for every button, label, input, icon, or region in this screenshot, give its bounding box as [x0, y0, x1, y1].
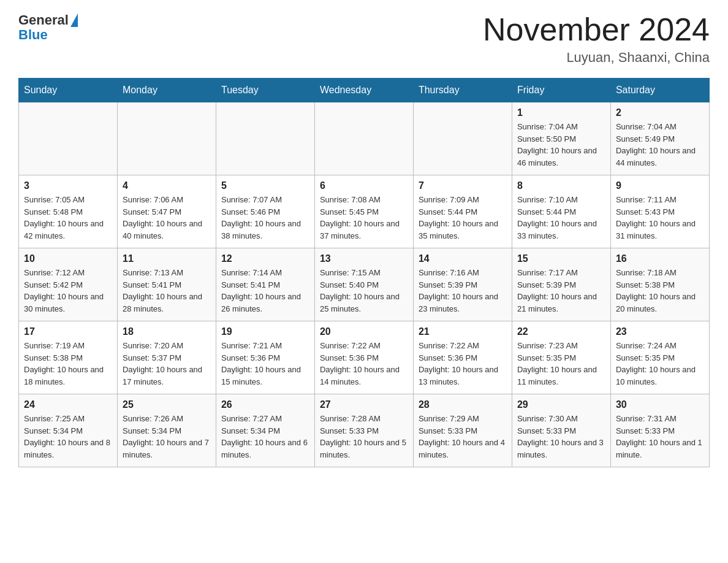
day-number: 14	[419, 253, 507, 264]
calendar-cell: 12Sunrise: 7:14 AMSunset: 5:41 PMDayligh…	[216, 248, 314, 321]
calendar-cell: 21Sunrise: 7:22 AMSunset: 5:36 PMDayligh…	[413, 321, 512, 394]
day-number: 2	[616, 107, 704, 118]
calendar-cell: 23Sunrise: 7:24 AMSunset: 5:35 PMDayligh…	[610, 321, 709, 394]
calendar-cell: 15Sunrise: 7:17 AMSunset: 5:39 PMDayligh…	[512, 248, 610, 321]
calendar-cell: 19Sunrise: 7:21 AMSunset: 5:36 PMDayligh…	[216, 321, 314, 394]
day-number: 27	[320, 399, 408, 410]
calendar-cell: 9Sunrise: 7:11 AMSunset: 5:43 PMDaylight…	[610, 175, 709, 248]
day-info: Sunrise: 7:18 AMSunset: 5:38 PMDaylight:…	[616, 267, 704, 315]
calendar-cell: 14Sunrise: 7:16 AMSunset: 5:39 PMDayligh…	[413, 248, 512, 321]
day-info: Sunrise: 7:06 AMSunset: 5:47 PMDaylight:…	[123, 194, 211, 242]
day-info: Sunrise: 7:27 AMSunset: 5:34 PMDaylight:…	[221, 413, 309, 461]
calendar-cell	[117, 102, 216, 175]
calendar-cell	[413, 102, 512, 175]
calendar-cell: 20Sunrise: 7:22 AMSunset: 5:36 PMDayligh…	[314, 321, 413, 394]
day-number: 13	[320, 253, 408, 264]
weekday-header-sunday: Sunday	[19, 79, 118, 102]
day-info: Sunrise: 7:29 AMSunset: 5:33 PMDaylight:…	[419, 413, 507, 461]
week-row-2: 3Sunrise: 7:05 AMSunset: 5:48 PMDaylight…	[19, 175, 710, 248]
calendar-cell: 27Sunrise: 7:28 AMSunset: 5:33 PMDayligh…	[314, 394, 413, 467]
logo-triangle-icon	[70, 13, 78, 27]
day-number: 28	[419, 399, 507, 410]
day-info: Sunrise: 7:13 AMSunset: 5:41 PMDaylight:…	[123, 267, 211, 315]
day-number: 24	[24, 399, 112, 410]
weekday-header-thursday: Thursday	[413, 79, 512, 102]
day-number: 29	[517, 399, 605, 410]
day-number: 23	[616, 326, 704, 337]
day-number: 18	[123, 326, 211, 337]
calendar-cell: 29Sunrise: 7:30 AMSunset: 5:33 PMDayligh…	[512, 394, 610, 467]
weekday-header-saturday: Saturday	[610, 79, 709, 102]
calendar-cell: 10Sunrise: 7:12 AMSunset: 5:42 PMDayligh…	[19, 248, 118, 321]
weekday-header-tuesday: Tuesday	[216, 79, 314, 102]
calendar-cell: 26Sunrise: 7:27 AMSunset: 5:34 PMDayligh…	[216, 394, 314, 467]
weekday-header-friday: Friday	[512, 79, 610, 102]
weekday-header-row: SundayMondayTuesdayWednesdayThursdayFrid…	[19, 79, 710, 102]
calendar-cell: 16Sunrise: 7:18 AMSunset: 5:38 PMDayligh…	[610, 248, 709, 321]
day-info: Sunrise: 7:31 AMSunset: 5:33 PMDaylight:…	[616, 413, 704, 461]
day-info: Sunrise: 7:14 AMSunset: 5:41 PMDaylight:…	[221, 267, 309, 315]
calendar-table: SundayMondayTuesdayWednesdayThursdayFrid…	[18, 78, 710, 467]
calendar-cell: 8Sunrise: 7:10 AMSunset: 5:44 PMDaylight…	[512, 175, 610, 248]
day-number: 7	[419, 180, 507, 191]
calendar-cell: 2Sunrise: 7:04 AMSunset: 5:49 PMDaylight…	[610, 102, 709, 175]
day-info: Sunrise: 7:17 AMSunset: 5:39 PMDaylight:…	[517, 267, 605, 315]
day-number: 22	[517, 326, 605, 337]
day-number: 19	[221, 326, 309, 337]
calendar-cell: 24Sunrise: 7:25 AMSunset: 5:34 PMDayligh…	[19, 394, 118, 467]
calendar-cell: 1Sunrise: 7:04 AMSunset: 5:50 PMDaylight…	[512, 102, 610, 175]
day-number: 12	[221, 253, 309, 264]
weekday-header-monday: Monday	[117, 79, 216, 102]
calendar-cell: 7Sunrise: 7:09 AMSunset: 5:44 PMDaylight…	[413, 175, 512, 248]
day-number: 11	[123, 253, 211, 264]
day-info: Sunrise: 7:04 AMSunset: 5:50 PMDaylight:…	[517, 121, 605, 169]
day-info: Sunrise: 7:22 AMSunset: 5:36 PMDaylight:…	[320, 340, 408, 388]
location-subtitle: Luyuan, Shaanxi, China	[483, 50, 710, 66]
month-year-title: November 2024	[483, 12, 710, 47]
day-number: 25	[123, 399, 211, 410]
day-info: Sunrise: 7:16 AMSunset: 5:39 PMDaylight:…	[419, 267, 507, 315]
day-info: Sunrise: 7:30 AMSunset: 5:33 PMDaylight:…	[517, 413, 605, 461]
calendar-cell: 4Sunrise: 7:06 AMSunset: 5:47 PMDaylight…	[117, 175, 216, 248]
week-row-5: 24Sunrise: 7:25 AMSunset: 5:34 PMDayligh…	[19, 394, 710, 467]
weekday-header-wednesday: Wednesday	[314, 79, 413, 102]
day-info: Sunrise: 7:26 AMSunset: 5:34 PMDaylight:…	[123, 413, 211, 461]
day-number: 8	[517, 180, 605, 191]
day-info: Sunrise: 7:11 AMSunset: 5:43 PMDaylight:…	[616, 194, 704, 242]
calendar-cell: 25Sunrise: 7:26 AMSunset: 5:34 PMDayligh…	[117, 394, 216, 467]
day-info: Sunrise: 7:08 AMSunset: 5:45 PMDaylight:…	[320, 194, 408, 242]
day-number: 9	[616, 180, 704, 191]
day-info: Sunrise: 7:07 AMSunset: 5:46 PMDaylight:…	[221, 194, 309, 242]
week-row-4: 17Sunrise: 7:19 AMSunset: 5:38 PMDayligh…	[19, 321, 710, 394]
day-info: Sunrise: 7:22 AMSunset: 5:36 PMDaylight:…	[419, 340, 507, 388]
day-number: 20	[320, 326, 408, 337]
calendar-cell: 18Sunrise: 7:20 AMSunset: 5:37 PMDayligh…	[117, 321, 216, 394]
day-info: Sunrise: 7:12 AMSunset: 5:42 PMDaylight:…	[24, 267, 112, 315]
day-info: Sunrise: 7:09 AMSunset: 5:44 PMDaylight:…	[419, 194, 507, 242]
day-number: 21	[419, 326, 507, 337]
day-number: 10	[24, 253, 112, 264]
day-info: Sunrise: 7:21 AMSunset: 5:36 PMDaylight:…	[221, 340, 309, 388]
day-number: 6	[320, 180, 408, 191]
day-info: Sunrise: 7:04 AMSunset: 5:49 PMDaylight:…	[616, 121, 704, 169]
day-number: 26	[221, 399, 309, 410]
calendar-cell	[314, 102, 413, 175]
day-number: 4	[123, 180, 211, 191]
day-number: 15	[517, 253, 605, 264]
page-header: General Blue November 2024 Luyuan, Shaan…	[18, 12, 710, 66]
logo-blue-text: Blue	[18, 28, 48, 42]
day-info: Sunrise: 7:23 AMSunset: 5:35 PMDaylight:…	[517, 340, 605, 388]
day-number: 5	[221, 180, 309, 191]
calendar-cell: 11Sunrise: 7:13 AMSunset: 5:41 PMDayligh…	[117, 248, 216, 321]
calendar-cell: 28Sunrise: 7:29 AMSunset: 5:33 PMDayligh…	[413, 394, 512, 467]
day-info: Sunrise: 7:15 AMSunset: 5:40 PMDaylight:…	[320, 267, 408, 315]
calendar-cell: 3Sunrise: 7:05 AMSunset: 5:48 PMDaylight…	[19, 175, 118, 248]
day-info: Sunrise: 7:05 AMSunset: 5:48 PMDaylight:…	[24, 194, 112, 242]
week-row-3: 10Sunrise: 7:12 AMSunset: 5:42 PMDayligh…	[19, 248, 710, 321]
calendar-cell: 6Sunrise: 7:08 AMSunset: 5:45 PMDaylight…	[314, 175, 413, 248]
calendar-cell	[19, 102, 118, 175]
logo: General Blue	[18, 12, 78, 42]
title-area: November 2024 Luyuan, Shaanxi, China	[483, 12, 710, 66]
day-info: Sunrise: 7:19 AMSunset: 5:38 PMDaylight:…	[24, 340, 112, 388]
day-info: Sunrise: 7:28 AMSunset: 5:33 PMDaylight:…	[320, 413, 408, 461]
